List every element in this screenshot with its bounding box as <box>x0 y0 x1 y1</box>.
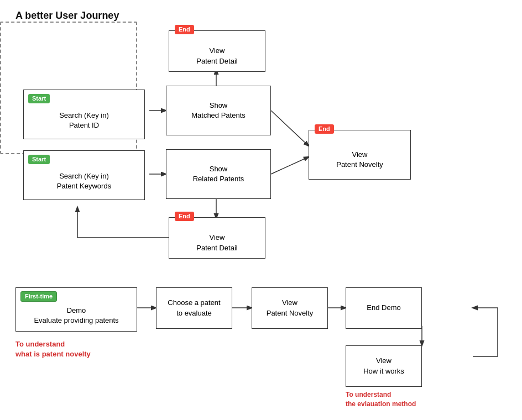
end-badge-bottom: End <box>175 212 194 221</box>
search-patent-keywords-box: Start Search (Key in)Patent Keywords <box>23 150 145 200</box>
note-evaluation-method: To understandthe evlauation method <box>346 390 416 409</box>
svg-line-4 <box>271 157 309 174</box>
start-badge-2: Start <box>28 155 50 164</box>
svg-line-3 <box>271 111 309 146</box>
view-patent-detail-top-label: ViewPatent Detail <box>196 46 237 66</box>
view-patent-novelty-box: ViewPatent Novelty <box>252 287 328 329</box>
show-matched-patents-label: ShowMatched Patents <box>191 101 246 120</box>
choose-patent-box: Choose a patentto evaluate <box>156 287 232 329</box>
show-related-patents-box: ShowRelated Patents <box>166 149 271 199</box>
view-patent-novelty-end-box: End ViewPatent Novelty <box>309 130 411 180</box>
end-demo-label: End Demo <box>367 303 400 313</box>
view-patent-novelty-label: ViewPatent Novelty <box>267 298 314 318</box>
end-badge-novelty: End <box>315 124 334 134</box>
view-patent-detail-top: End ViewPatent Detail <box>169 30 265 72</box>
end-badge-top: End <box>175 25 194 34</box>
view-how-it-works-box: ViewHow it works <box>346 345 422 387</box>
search-patent-id-label: Search (Key in)Patent ID <box>59 111 109 130</box>
show-matched-patents-box: ShowMatched Patents <box>166 86 271 135</box>
demo-evaluate-label: DemoEvaluate providing patents <box>34 306 118 326</box>
end-demo-box: End Demo <box>346 287 422 329</box>
view-how-it-works-label: ViewHow it works <box>363 356 404 376</box>
start-badge-1: Start <box>28 94 50 103</box>
demo-evaluate-box: First-time DemoEvaluate providing patent… <box>15 287 137 332</box>
search-patent-id-box: Start Search (Key in)Patent ID <box>23 90 145 139</box>
view-patent-detail-bottom-box: End ViewPatent Detail <box>169 217 265 259</box>
page-title: A better User Journey <box>0 0 522 22</box>
note-patent-novelty: To understandwhat is patent novelty <box>15 339 91 359</box>
search-patent-keywords-label: Search (Key in)Patent Keywords <box>57 171 111 191</box>
firsttime-badge: First-time <box>20 291 57 302</box>
view-patent-detail-bottom-label: ViewPatent Detail <box>196 233 237 253</box>
view-patent-novelty-end-label: ViewPatent Novelty <box>336 150 383 170</box>
show-related-patents-label: ShowRelated Patents <box>193 164 244 184</box>
choose-patent-label: Choose a patentto evaluate <box>168 298 220 318</box>
